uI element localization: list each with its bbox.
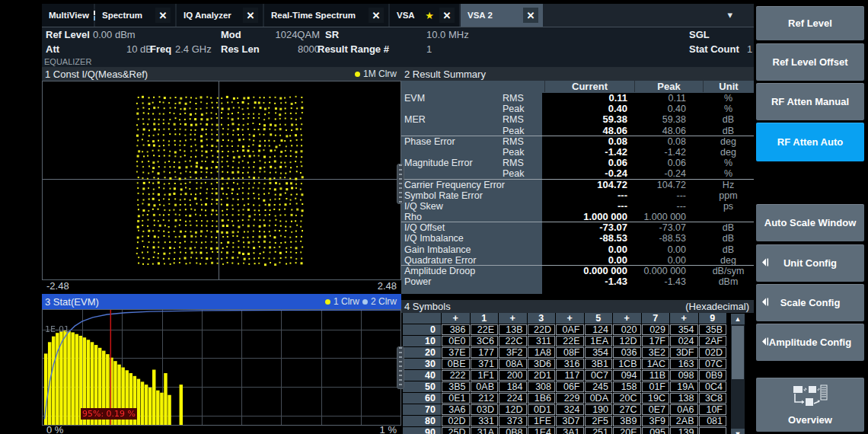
param-name: MER xyxy=(404,114,503,125)
unit-label: deg xyxy=(703,147,754,158)
x-axis-right-label: 1 % xyxy=(380,426,397,434)
param-name: Symbol Rate Error xyxy=(404,190,503,201)
symbol-cell: 036 xyxy=(613,347,641,358)
softkey-scale-config[interactable]: Scale Config xyxy=(756,284,864,321)
constellation-plot[interactable] xyxy=(43,81,400,279)
softkey-auto-scale-window[interactable]: Auto Scale Window xyxy=(756,204,864,241)
symbol-cell: 0B8 xyxy=(499,427,527,434)
param-name: Quadrature Error xyxy=(404,255,503,266)
info-value-freq: 2.4 GHz xyxy=(175,43,212,55)
symbol-cell: 373 xyxy=(499,416,527,426)
symbol-cell: 07C xyxy=(699,359,727,369)
symbols-col-header: 5 xyxy=(585,313,613,324)
tab-iq-analyzer[interactable]: IQ Analyzer✕ xyxy=(177,4,263,27)
symbols-table: +1+3+5+7+9038622E13B22D0AF12402002935435… xyxy=(403,313,726,434)
current-value: -0.24 xyxy=(544,168,627,179)
window-constellation-titlebar[interactable]: 1 Const I/Q(Meas&Ref) 1M Clrw xyxy=(42,67,401,81)
symbol-cell: 02D xyxy=(699,347,727,358)
peak-value: 0.00 xyxy=(634,255,686,266)
peak-value: --- xyxy=(634,190,686,201)
info-label-mod: Mod xyxy=(221,29,241,40)
tab-overflow-caret-icon[interactable]: ▾ xyxy=(727,9,732,21)
close-tab-icon[interactable]: ✕ xyxy=(243,8,258,23)
tab-vsa[interactable]: VSA★✕ xyxy=(390,4,459,27)
scroll-up-icon[interactable]: ▲ xyxy=(731,314,745,324)
window-gap xyxy=(401,294,754,300)
trace-label: 1 Clrw xyxy=(333,296,359,307)
symbols-scrollbar[interactable]: ▲ ▼ xyxy=(731,314,745,434)
symbol-cell: 0D1 xyxy=(528,404,556,415)
window-symbols-titlebar[interactable]: 4 Symbols (Hexadecimal) xyxy=(401,300,754,313)
x-axis-max-label: 2.48 xyxy=(378,280,397,294)
constellation-plot-area[interactable] xyxy=(42,81,401,280)
symbol-cell: 1EA xyxy=(585,336,613,346)
param-name: Gain Imbalance xyxy=(404,244,503,255)
softkey-unit-config[interactable]: Unit Config xyxy=(756,244,864,282)
close-tab-icon[interactable]: ✕ xyxy=(155,8,171,23)
tab-vsa-2[interactable]: VSA 2✕ xyxy=(461,4,543,27)
symbol-cell: 3F2 xyxy=(499,347,527,358)
close-tab-icon[interactable]: ✕ xyxy=(439,8,455,23)
close-tab-icon[interactable]: ✕ xyxy=(369,8,384,23)
symbol-cell: 316 xyxy=(556,359,584,369)
equalizer-status-label: EQUALIZER xyxy=(44,57,91,66)
symbol-cell: 081 xyxy=(699,416,727,426)
symbol-cell: 06F xyxy=(556,381,584,392)
scrollbar-thumb[interactable] xyxy=(732,326,744,379)
softkey-label: Amplitude Config xyxy=(769,337,851,348)
param-name: Phase Error xyxy=(404,136,503,147)
trace-label: 1M Clrw xyxy=(363,69,397,79)
unit-label: dB xyxy=(703,233,754,244)
symbol-cell: 1E4 xyxy=(528,427,556,434)
softkey-rf-atten-auto[interactable]: RF Atten Auto xyxy=(756,123,864,161)
softkey-amplitude-config[interactable]: Amplitude Config xyxy=(756,324,864,361)
unit-label: dB xyxy=(703,114,754,125)
window-result-summary-titlebar[interactable]: 2 Result Summary xyxy=(401,67,754,81)
window-splitter-handle[interactable] xyxy=(397,346,404,389)
softkey-label: Scale Config xyxy=(780,297,841,308)
histogram-plot-area[interactable] xyxy=(42,309,401,426)
symbol-cell: 139 xyxy=(670,427,698,434)
info-value-att: 10 dB xyxy=(126,43,152,55)
symbol-cell: 02D xyxy=(442,416,470,426)
unit-label: dB xyxy=(703,244,754,255)
trace-legend: 1 Clrw2 Clrw xyxy=(325,296,397,307)
window-splitter-handle[interactable] xyxy=(397,164,404,204)
info-label-result-range: Result Range # xyxy=(318,43,389,55)
window-symbols-title: 4 Symbols xyxy=(404,301,685,312)
softkey-ref-level[interactable]: Ref Level xyxy=(756,6,864,40)
symbol-cell: 020 xyxy=(613,324,641,335)
close-tab-icon[interactable]: ✕ xyxy=(523,8,538,23)
symbol-cell: 163 xyxy=(670,359,698,369)
symbol-cell: 229 xyxy=(556,393,584,404)
softkey-ref-level-offset[interactable]: Ref Level Offset xyxy=(756,43,864,81)
summary-row-sub: Peak0.400.40% xyxy=(401,104,754,114)
param-subtype: RMS xyxy=(503,114,542,125)
trace-legend: 1M Clrw xyxy=(355,69,397,79)
tab-spectrum[interactable]: Spectrum✕ xyxy=(95,4,175,27)
symbol-cell: 01F xyxy=(642,381,670,392)
unit-label: dBm xyxy=(703,276,754,287)
symbol-cell: 1F1 xyxy=(471,370,499,381)
evm-histogram-plot[interactable] xyxy=(43,310,400,425)
summary-row-i-q-imbalance: I/Q Imbalance-88.53-88.53dB xyxy=(401,233,754,244)
scroll-down-icon[interactable]: ▼ xyxy=(731,429,745,434)
param-name: EVM xyxy=(404,93,503,104)
submenu-arrow-icon xyxy=(760,295,769,310)
summary-row-sub: Peak-1.42-1.42deg xyxy=(401,147,754,158)
symbol-cell: 1AC xyxy=(642,359,670,369)
symbol-cell: 08F xyxy=(556,347,584,358)
symbol-cell: 0AB xyxy=(471,381,499,392)
tab-multiview[interactable]: MultiView xyxy=(42,4,94,27)
window-stat-evm-titlebar[interactable]: 3 Stat(EVM) 1 Clrw2 Clrw xyxy=(42,294,401,309)
tab-real-time-spectrum[interactable]: Real-Time Spectrum✕ xyxy=(264,4,388,27)
softkey-label: RF Atten Manual xyxy=(771,96,849,107)
softkey-sidebar: Ref LevelRef Level OffsetRF Atten Manual… xyxy=(754,0,868,434)
softkey-rf-atten-manual[interactable]: RF Atten Manual xyxy=(756,83,864,120)
softkey-overview[interactable]: Overview xyxy=(756,378,864,432)
left-column: 1 Const I/Q(Meas&Ref) 1M Clrw -2.48 2.48… xyxy=(42,67,401,434)
symbols-row-label: 30 xyxy=(403,359,441,369)
symbol-cell: 25D xyxy=(442,427,470,434)
tab-label: VSA 2 xyxy=(468,11,520,20)
symbols-row-label: 40 xyxy=(403,370,441,381)
